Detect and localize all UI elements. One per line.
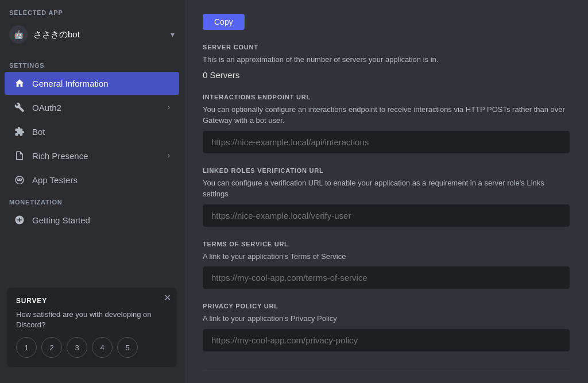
survey-title: SURVEY [16, 297, 168, 305]
server-count-label: SERVER COUNT [203, 44, 570, 51]
wrench-icon [14, 102, 25, 113]
chevron-down-icon: ▾ [171, 30, 175, 39]
linked-roles-description: You can configure a verification URL to … [203, 177, 570, 200]
delete-app-button[interactable]: Delete App [512, 380, 570, 384]
interactions-endpoint-description: You can optionally configure an interact… [203, 104, 570, 126]
survey-btn-4[interactable]: 4 [92, 337, 113, 358]
svg-point-0 [21, 179, 21, 179]
survey-btn-3[interactable]: 3 [67, 337, 87, 358]
sidebar-item-rich-presence-label: Rich Presence [32, 151, 161, 161]
sidebar: SELECTED APP 🤖 ささきのbot ▾ SETTINGS Genera… [0, 0, 184, 383]
home-icon [14, 78, 25, 89]
document-icon [14, 150, 25, 161]
survey-question: How satisfied are you with developing on… [16, 310, 168, 330]
survey-box: ✕ SURVEY How satisfied are you with deve… [7, 288, 177, 367]
interactions-endpoint-label: INTERACTIONS ENDPOINT URL [203, 94, 570, 100]
sidebar-item-general-information[interactable]: General Information [5, 72, 179, 95]
selected-app-label: SELECTED APP [0, 9, 184, 21]
survey-btn-5[interactable]: 5 [117, 337, 138, 358]
terms-of-service-input[interactable] [203, 266, 570, 289]
interactions-endpoint-input[interactable] [203, 131, 570, 153]
server-count-section: SERVER COUNT This is an approximation of… [203, 44, 570, 80]
privacy-policy-input[interactable] [203, 329, 570, 351]
server-count-description: This is an approximation of the number o… [203, 54, 570, 65]
terms-of-service-label: TERMS OF SERVICE URL [203, 241, 570, 247]
app-avatar: 🤖 [9, 25, 28, 44]
survey-rating-buttons: 1 2 3 4 5 [16, 337, 168, 358]
app-name: ささきのbot [33, 29, 165, 40]
app-selector[interactable]: 🤖 ささきのbot ▾ [0, 21, 184, 48]
controller-icon [14, 174, 25, 185]
plus-circle-icon [14, 214, 25, 226]
sidebar-item-bot[interactable]: Bot [5, 120, 179, 143]
settings-section-label: SETTINGS [0, 55, 184, 71]
sidebar-item-app-testers[interactable]: App Testers [5, 168, 179, 191]
survey-close-button[interactable]: ✕ [164, 293, 171, 303]
privacy-policy-description: A link to your application's Privacy Pol… [203, 313, 570, 324]
rich-presence-chevron-icon: › [168, 152, 170, 160]
monetization-section-label: MONETIZATION [0, 192, 184, 208]
survey-btn-1[interactable]: 1 [16, 337, 37, 358]
sidebar-item-bot-label: Bot [32, 127, 170, 137]
sidebar-item-app-testers-label: App Testers [32, 175, 170, 185]
privacy-policy-section: PRIVACY POLICY URL A link to your applic… [203, 303, 570, 351]
linked-roles-section: LINKED ROLES VERIFICATION URL You can co… [203, 167, 570, 227]
linked-roles-input[interactable] [203, 204, 570, 227]
svg-point-1 [20, 179, 21, 180]
puzzle-icon [14, 126, 25, 137]
sidebar-item-rich-presence[interactable]: Rich Presence › [5, 144, 179, 167]
terms-of-service-description: A link to your application's Terms of Se… [203, 251, 570, 262]
sidebar-item-oauth2[interactable]: OAuth2 › [5, 96, 179, 119]
survey-btn-2[interactable]: 2 [41, 337, 62, 358]
interactions-endpoint-section: INTERACTIONS ENDPOINT URL You can option… [203, 94, 570, 153]
copy-button[interactable]: Copy [203, 14, 245, 30]
main-content: Copy SERVER COUNT This is an approximati… [184, 0, 588, 383]
linked-roles-label: LINKED ROLES VERIFICATION URL [203, 167, 570, 174]
sidebar-item-general-information-label: General Information [32, 79, 170, 88]
privacy-policy-label: PRIVACY POLICY URL [203, 303, 570, 310]
sidebar-item-getting-started[interactable]: Getting Started [5, 208, 179, 231]
server-count-value: 0 Servers [203, 70, 570, 80]
sidebar-item-oauth2-label: OAuth2 [32, 103, 161, 113]
sidebar-item-getting-started-label: Getting Started [32, 215, 170, 225]
delete-btn-row: Delete App [203, 370, 570, 384]
terms-of-service-section: TERMS OF SERVICE URL A link to your appl… [203, 241, 570, 289]
oauth2-chevron-icon: › [168, 103, 170, 111]
